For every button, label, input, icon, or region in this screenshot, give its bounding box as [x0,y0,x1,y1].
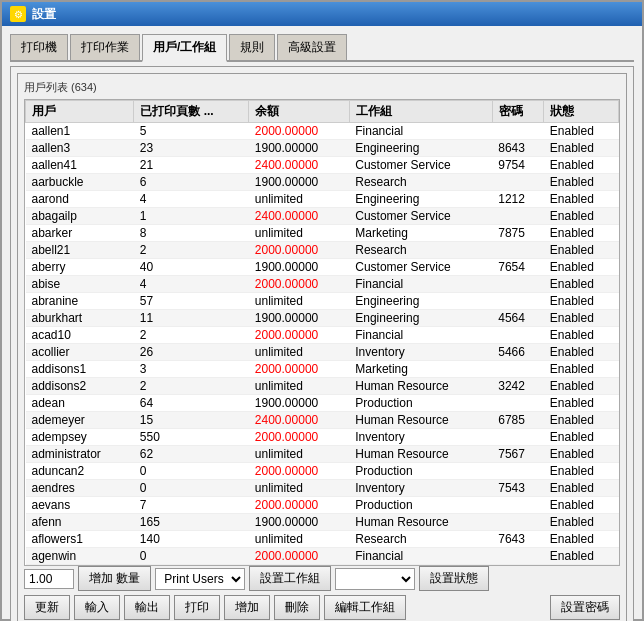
table-cell: aarond [26,191,134,208]
col-pages[interactable]: 已打印頁數 ... [134,101,249,123]
user-table-container[interactable]: 用戶 已打印頁數 ... 余額 工作組 密碼 狀態 aallen152000.0… [24,99,620,566]
import-button[interactable]: 輸入 [74,595,120,620]
table-cell: Enabled [544,191,619,208]
table-row[interactable]: aevans72000.00000ProductionEnabled [26,497,619,514]
table-row[interactable]: afenn1651900.00000Human ResourceEnabled [26,514,619,531]
tab-rules[interactable]: 規則 [229,34,275,60]
col-status[interactable]: 狀態 [544,101,619,123]
table-row[interactable]: aburkhart111900.00000Engineering4564Enab… [26,310,619,327]
col-user[interactable]: 用戶 [26,101,134,123]
tab-job[interactable]: 打印作業 [70,34,140,60]
add-button[interactable]: 增加 [224,595,270,620]
table-row[interactable]: acad1022000.00000FinancialEnabled [26,327,619,344]
table-cell: aduncan2 [26,463,134,480]
table-cell: Enabled [544,293,619,310]
table-cell: 1900.00000 [249,259,349,276]
table-cell: 1900.00000 [249,310,349,327]
table-row[interactable]: aallen41212400.00000Customer Service9754… [26,157,619,174]
window-title: 設置 [32,6,634,23]
table-cell: Enabled [544,157,619,174]
controls-row1: 增加 數量 Print Users 設置工作組 設置狀態 [24,566,620,591]
print-button[interactable]: 打印 [174,595,220,620]
table-cell: 5 [134,123,249,140]
table-row[interactable]: acollier26unlimitedInventory5466Enabled [26,344,619,361]
table-cell: 2000.00000 [249,497,349,514]
table-row[interactable]: abise42000.00000FinancialEnabled [26,276,619,293]
table-row[interactable]: abranine57unlimitedEngineeringEnabled [26,293,619,310]
table-cell: Enabled [544,174,619,191]
table-row[interactable]: addisons22unlimitedHuman Resource3242Ena… [26,378,619,395]
table-cell: administrator [26,446,134,463]
table-row[interactable]: aallen152000.00000FinancialEnabled [26,123,619,140]
col-group[interactable]: 工作組 [349,101,492,123]
tab-bar: 打印機 打印作業 用戶/工作組 規則 高級設置 [10,34,634,62]
table-cell [492,361,544,378]
table-cell: 23 [134,140,249,157]
title-bar: ⚙ 設置 [2,2,642,26]
table-row[interactable]: aflowers1140unlimitedResearch7643Enabled [26,531,619,548]
table-cell: 2400.00000 [249,412,349,429]
table-cell: Human Resource [349,446,492,463]
table-cell: 5466 [492,344,544,361]
table-row[interactable]: aarbuckle61900.00000ResearchEnabled [26,174,619,191]
table-cell: 8 [134,225,249,242]
table-cell: 2000.00000 [249,463,349,480]
table-cell: Financial [349,123,492,140]
table-cell: 2 [134,327,249,344]
table-cell: aallen3 [26,140,134,157]
table-row[interactable]: ademeyer152400.00000Human Resource6785En… [26,412,619,429]
tab-advanced[interactable]: 高級設置 [277,34,347,60]
table-row[interactable]: agenwin02000.00000FinancialEnabled [26,548,619,565]
table-row[interactable]: aallen3231900.00000Engineering8643Enable… [26,140,619,157]
tab-users[interactable]: 用戶/工作組 [142,34,227,62]
table-cell: 7 [134,497,249,514]
set-group-button[interactable]: 設置工作組 [249,566,331,591]
table-row[interactable]: aduncan202000.00000ProductionEnabled [26,463,619,480]
table-row[interactable]: aberry401900.00000Customer Service7654En… [26,259,619,276]
export-button[interactable]: 輸出 [124,595,170,620]
table-row[interactable]: abarker8unlimitedMarketing7875Enabled [26,225,619,242]
table-row[interactable]: aarond4unlimitedEngineering1212Enabled [26,191,619,208]
table-row[interactable]: administrator62unlimitedHuman Resource75… [26,446,619,463]
main-window: ⚙ 設置 打印機 打印作業 用戶/工作組 規則 高級設置 用戶列表 (634) … [0,0,644,621]
table-row[interactable]: adean641900.00000ProductionEnabled [26,395,619,412]
table-row[interactable]: aendres0unlimitedInventory7543Enabled [26,480,619,497]
table-cell: Financial [349,327,492,344]
col-password[interactable]: 密碼 [492,101,544,123]
col-balance[interactable]: 余額 [249,101,349,123]
window-icon: ⚙ [10,6,26,22]
table-cell: Customer Service [349,208,492,225]
refresh-button[interactable]: 更新 [24,595,70,620]
table-row[interactable]: abagailp12400.00000Customer ServiceEnabl… [26,208,619,225]
table-cell: Enabled [544,276,619,293]
table-cell: 1212 [492,191,544,208]
edit-group-button[interactable]: 編輯工作組 [324,595,406,620]
table-cell [492,497,544,514]
table-cell: 8643 [492,140,544,157]
group-select[interactable] [335,568,415,590]
spinbox-input[interactable] [24,569,74,589]
table-row[interactable]: addisons132000.00000MarketingEnabled [26,361,619,378]
table-cell [492,327,544,344]
tab-print[interactable]: 打印機 [10,34,68,60]
table-row[interactable]: abell2122000.00000ResearchEnabled [26,242,619,259]
set-password-button[interactable]: 設置密碼 [550,595,620,620]
table-cell: Enabled [544,225,619,242]
table-cell [492,208,544,225]
table-cell: Enabled [544,140,619,157]
print-users-select[interactable]: Print Users [155,568,245,590]
table-cell: 2000.00000 [249,123,349,140]
table-cell: unlimited [249,446,349,463]
table-cell: 1 [134,208,249,225]
table-cell: Enabled [544,395,619,412]
table-cell: Enabled [544,378,619,395]
table-cell: 21 [134,157,249,174]
table-cell: 1900.00000 [249,395,349,412]
table-row[interactable]: adempsey5502000.00000InventoryEnabled [26,429,619,446]
add-qty-button[interactable]: 增加 數量 [78,566,151,591]
table-cell: 2000.00000 [249,548,349,565]
delete-button[interactable]: 刪除 [274,595,320,620]
table-cell: unlimited [249,378,349,395]
group-label: 用戶列表 (634) [24,80,620,95]
set-status-button[interactable]: 設置狀態 [419,566,489,591]
